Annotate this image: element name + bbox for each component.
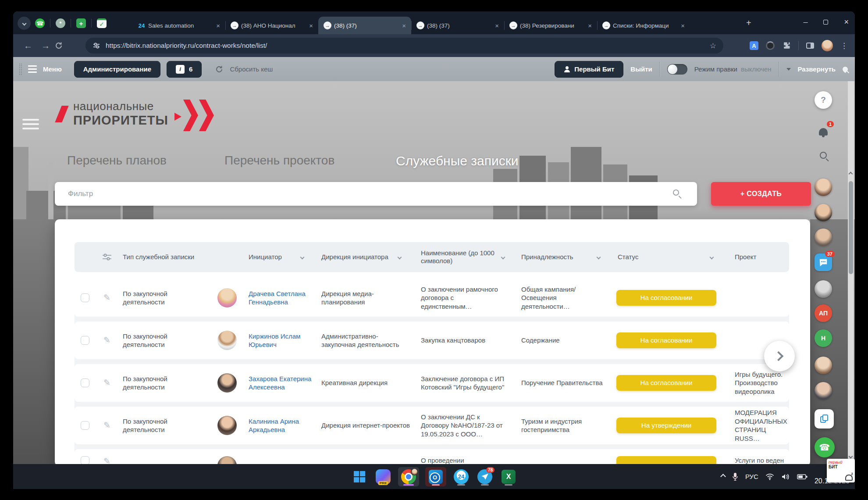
edit-icon[interactable] — [103, 335, 110, 346]
volume-icon[interactable] — [781, 473, 790, 480]
table-row[interactable]: По закупочной деятельности Калинина Арин… — [75, 407, 789, 444]
whatsapp-pinned-tab[interactable]: ☎ — [32, 16, 47, 31]
header-direction[interactable]: Дирекция инициатора — [313, 253, 410, 261]
translate-extension-icon[interactable]: A — [750, 41, 758, 50]
close-window-button[interactable]: × — [844, 18, 849, 27]
scroll-down-icon[interactable] — [849, 454, 853, 459]
side-panel-icon[interactable] — [806, 43, 814, 49]
tray-expand-icon[interactable] — [720, 474, 726, 479]
profile-avatar[interactable] — [822, 40, 833, 51]
chat-button[interactable]: 37 — [815, 254, 832, 271]
outlook-taskbar-button[interactable] — [425, 467, 446, 486]
admin-menu-label[interactable]: Меню — [43, 65, 62, 73]
minimize-button[interactable]: ─ — [804, 19, 808, 26]
close-icon[interactable]: × — [307, 22, 315, 29]
nav-projects[interactable]: Перечень проектов — [224, 154, 334, 168]
next-page-button[interactable] — [764, 341, 795, 371]
tab-search-button[interactable] — [18, 17, 31, 30]
help-button[interactable]: ? — [815, 91, 832, 109]
microphone-icon[interactable] — [732, 472, 738, 481]
tab-active-38-37[interactable]: → (38) (37) × — [318, 17, 411, 34]
initiator-avatar[interactable] — [217, 288, 237, 307]
table-row[interactable]: По закупочной деятельности Драчева Светл… — [75, 279, 789, 317]
header-initiator[interactable]: Инициатор — [239, 253, 313, 261]
pin-icon[interactable] — [842, 65, 849, 73]
copy-documents-button[interactable] — [815, 409, 834, 429]
user-avatar[interactable] — [815, 179, 832, 196]
header-status[interactable]: Статус — [609, 253, 724, 261]
battery-icon[interactable] — [797, 474, 808, 479]
excel-taskbar-button[interactable]: X — [500, 467, 517, 486]
edit-icon[interactable] — [103, 378, 110, 389]
back-button[interactable]: ← — [19, 41, 37, 51]
forward-button[interactable]: → — [37, 41, 54, 51]
scroll-up-icon[interactable] — [849, 172, 853, 176]
user-monogram-n[interactable]: Н — [815, 329, 832, 347]
close-icon[interactable]: × — [586, 22, 594, 29]
site-settings-icon[interactable] — [92, 42, 100, 50]
current-user-button[interactable]: Первый Бит — [555, 61, 623, 78]
copilot-button[interactable]: PRE — [374, 467, 392, 486]
edit-icon[interactable] — [103, 420, 110, 431]
administration-button[interactable]: Администрирование — [74, 61, 160, 78]
close-icon[interactable]: × — [400, 22, 408, 29]
initiator-link[interactable]: Киржинов Ислам Юрьевич — [249, 332, 300, 349]
tab-ano-national[interactable]: → (38) АНО Национал × — [225, 17, 318, 34]
telegram-taskbar-button[interactable]: 78 — [476, 467, 494, 486]
chevron-down-icon[interactable] — [398, 255, 402, 259]
header-type[interactable]: Тип служебной записки — [118, 253, 208, 261]
search-icon[interactable] — [673, 189, 679, 196]
initiator-avatar[interactable] — [217, 416, 237, 435]
user-avatar[interactable] — [815, 204, 832, 221]
create-button[interactable]: + СОЗДАТЬ — [711, 182, 811, 206]
header-name[interactable]: Наименование (до 1000 символов) — [410, 249, 512, 265]
edit-icon[interactable] — [103, 293, 110, 304]
admin-menu-icon[interactable] — [28, 65, 37, 73]
edit-icon[interactable] — [103, 456, 110, 464]
maximize-button[interactable] — [823, 20, 828, 25]
chevron-down-icon[interactable] — [501, 255, 505, 259]
user-avatar[interactable] — [815, 382, 832, 400]
url-text[interactable]: https://bitrix.nationalpriority.ru/contr… — [106, 42, 704, 50]
bitrix-pinned-tab[interactable]: + — [74, 16, 89, 31]
chevron-down-icon[interactable] — [300, 255, 305, 259]
header-belonging[interactable]: Принадлежность — [512, 253, 609, 261]
reset-cache-label[interactable]: Сбросить кеш — [230, 65, 273, 73]
initiator-avatar[interactable] — [217, 373, 237, 393]
user-avatar[interactable] — [815, 229, 832, 246]
start-button[interactable] — [351, 467, 368, 486]
chatgpt-pinned-tab[interactable]: * — [53, 16, 68, 31]
edit-mode-toggle[interactable] — [667, 64, 687, 75]
row-checkbox[interactable] — [81, 456, 89, 464]
initiator-link[interactable]: Калинина Арина Аркадьевна — [249, 418, 299, 434]
expand-button[interactable]: Развернуть — [798, 65, 836, 73]
extensions-puzzle-icon[interactable] — [782, 41, 791, 50]
first-bit-tray-popup[interactable]: первый БИТ — [827, 459, 855, 482]
tab-reservation[interactable]: → (38) Резервировани × — [504, 17, 597, 34]
table-row[interactable]: По закупочной деятельности Киржинов Исла… — [75, 321, 789, 359]
bookmark-star-icon[interactable]: ☆ — [710, 41, 716, 50]
language-indicator[interactable]: РУС — [745, 473, 758, 480]
reset-cache-icon[interactable] — [215, 65, 224, 74]
chevron-down-icon[interactable] — [597, 255, 601, 259]
user-avatar[interactable] — [815, 357, 832, 374]
header-project[interactable]: Проект — [724, 253, 789, 261]
calendar-pinned-tab[interactable]: ✓ — [94, 16, 109, 31]
notifications-counter-button[interactable]: i 6 — [167, 61, 202, 78]
scrollbar-thumb[interactable] — [849, 181, 853, 274]
browser-menu-icon[interactable]: ⋮ — [840, 41, 848, 50]
bitrix24-taskbar-button[interactable]: 24 — [452, 467, 470, 486]
chrome-taskbar-button[interactable] — [398, 467, 419, 486]
wifi-icon[interactable] — [765, 473, 774, 480]
tab-38-37[interactable]: → (38) (37) × — [411, 17, 504, 34]
table-row[interactable]: По закупочной деятельности Захарова Екат… — [75, 364, 789, 402]
dark-extension-icon[interactable] — [766, 41, 775, 50]
new-tab-button[interactable]: + — [746, 18, 751, 27]
initiator-link[interactable]: Захарова Екатерина Алексеевна — [249, 375, 311, 391]
row-checkbox[interactable] — [81, 336, 89, 345]
panel-search-button[interactable] — [815, 146, 832, 164]
close-icon[interactable]: × — [679, 22, 687, 29]
chevron-down-icon[interactable] — [710, 255, 714, 259]
table-row[interactable]: О проведении Услуги по веден — [75, 449, 789, 464]
tab-sales-automation[interactable]: 24 Sales automation × — [132, 17, 225, 34]
